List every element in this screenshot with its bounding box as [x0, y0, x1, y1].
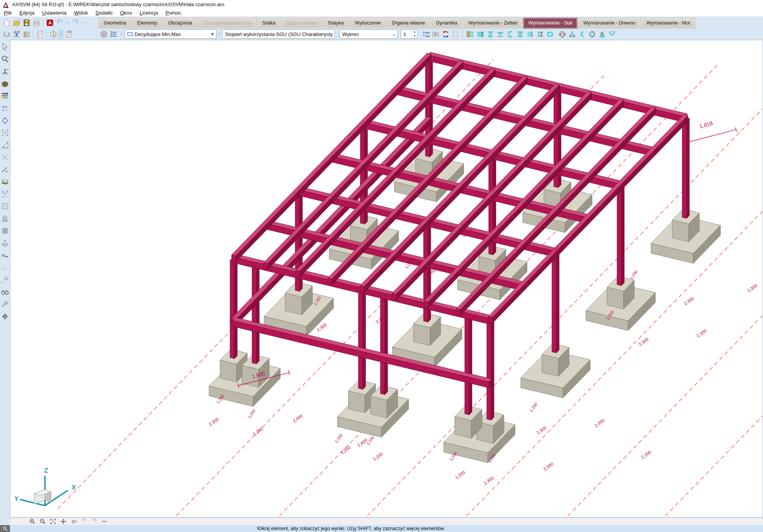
tab-wymiarowanie-mur[interactable]: Wymiarowanie - Mur [641, 18, 695, 28]
tab-obciążenia[interactable]: Obciążenia [163, 18, 197, 28]
print-icon[interactable] [31, 18, 41, 28]
menu-pomoc[interactable]: Pomoc [162, 9, 185, 16]
menu-ustawienia[interactable]: Ustawienia [38, 9, 70, 16]
table-grid-icon[interactable] [21, 29, 31, 39]
undo-icon[interactable] [55, 18, 65, 28]
tab-statyka[interactable]: Statyka [323, 18, 349, 28]
section-box-icon[interactable] [545, 29, 555, 39]
pdf-export-icon[interactable] [45, 18, 55, 28]
chev-down-icon[interactable] [58, 29, 64, 39]
spinner-down-icon[interactable]: ▼ [412, 34, 417, 38]
report-notebook-icon[interactable] [35, 29, 45, 39]
snap-off-icon[interactable] [1, 153, 9, 162]
extrude-tool-icon[interactable] [1, 239, 9, 247]
tab-etapy-budowy[interactable]: Etapy budowy [282, 18, 322, 28]
film-strip-icon[interactable] [430, 29, 440, 39]
section-channel-icon[interactable] [505, 29, 515, 39]
section-ibeam-bolts-icon[interactable] [485, 29, 495, 39]
photo-report-icon[interactable] [64, 29, 73, 39]
resize-handle-icon[interactable] [450, 29, 460, 39]
section-web-icon[interactable] [525, 29, 535, 39]
chevron-left-icon[interactable]: ‹ [119, 30, 124, 38]
minmax-icon[interactable]: maxmin [421, 29, 430, 39]
transform-mirror-icon[interactable] [1, 104, 9, 113]
support-tool-icon[interactable] [1, 263, 9, 272]
angle-protractor-icon[interactable] [1, 141, 9, 149]
result-list-icon[interactable] [109, 29, 119, 39]
zoom-out-icon[interactable] [39, 518, 46, 525]
solid-view-icon[interactable] [1, 80, 9, 88]
result-component-combo[interactable]: Stopień wykorzystania SGU (SGU Charakter… [222, 29, 335, 39]
model-viewport[interactable]: 1,8181,8002,3001,2002,4001,2001,2002,400… [10, 40, 763, 517]
find-binoculars-icon[interactable] [1, 288, 9, 296]
move-axes-icon[interactable] [1, 67, 9, 76]
color-coding-icon[interactable] [1, 92, 9, 100]
menu-edycja[interactable]: Edycja [16, 9, 38, 16]
display-mode-combo[interactable]: Wykres ⌄ [339, 29, 398, 39]
layer-sheets-icon[interactable] [1, 178, 9, 186]
zoom-fit-icon[interactable] [50, 518, 56, 525]
refresh-icon[interactable] [440, 29, 450, 39]
tab-elementy[interactable]: Elementy [132, 18, 162, 28]
open-folder-icon[interactable] [11, 18, 21, 28]
chev-down-icon[interactable] [80, 18, 85, 28]
geometry-diamond-icon[interactable] [1, 116, 9, 125]
column-base-icon[interactable] [567, 29, 577, 39]
anchor-base-icon[interactable] [597, 29, 607, 39]
section-stiffened-icon[interactable] [515, 29, 525, 39]
tab-siatka[interactable]: Siatka [257, 18, 280, 28]
zoom-tool-icon[interactable] [1, 55, 9, 64]
display-params-icon[interactable] [99, 29, 109, 39]
tab-wymiarowanie-żelbet[interactable]: Wymiarowanie - Żelbet [463, 18, 522, 28]
level-marker-icon[interactable]: ±0.00 [11, 29, 21, 39]
new-file-icon[interactable] [2, 18, 11, 28]
section-plates-icon[interactable] [475, 29, 485, 39]
polyline-tool-icon[interactable] [1, 251, 9, 259]
select-cursor-icon[interactable] [1, 43, 9, 51]
back-chevron-icon[interactable] [577, 29, 587, 39]
zoom-in-icon[interactable] [29, 518, 36, 525]
menu-widok[interactable]: Widok [70, 9, 92, 16]
dimension-tool-icon[interactable]: a [1, 165, 9, 174]
section-table-icon[interactable] [465, 29, 475, 39]
prev-view-icon[interactable] [81, 518, 87, 525]
section-flange-icon[interactable] [495, 29, 505, 39]
info-marker-icon[interactable]: i [1, 312, 9, 321]
section-splice-icon[interactable] [535, 29, 545, 39]
menu-licencja[interactable]: Licencja [136, 9, 162, 16]
menu-okno[interactable]: Okno [116, 9, 136, 16]
renumber-icon[interactable]: 32 [1, 190, 9, 198]
node-snap-grid-icon[interactable] [1, 129, 9, 137]
tab-dynamika[interactable]: Dynamika [431, 18, 462, 28]
chev-down-icon[interactable] [65, 18, 70, 28]
format-brush-icon[interactable] [1, 276, 9, 284]
domain-tool-icon[interactable] [1, 227, 9, 235]
solid-cylinder-icon[interactable] [1, 214, 9, 223]
chevron-right-icon[interactable]: › [217, 30, 222, 38]
load-case-combo[interactable]: Decydujące Min,Max ▼ [125, 29, 217, 39]
settings-wrench-icon[interactable] [1, 300, 9, 308]
pan-icon[interactable] [60, 518, 67, 525]
tab-tunel-aerodynamiczny[interactable]: Tunel aerodynamiczny [198, 18, 256, 28]
tab-drgania-własne[interactable]: Drgania własne [387, 18, 430, 28]
drag-handle-icon[interactable] [101, 518, 108, 525]
tab-wymiarowanie-stal[interactable]: Wymiarowanie - Stal [523, 18, 577, 28]
save-icon[interactable] [21, 18, 31, 28]
hatch-region-icon[interactable] [1, 202, 9, 211]
v-brace-icon[interactable] [607, 29, 617, 39]
scale-spinner[interactable]: 1 ▲▼ [401, 29, 417, 39]
report-book-icon[interactable] [48, 29, 58, 39]
circular-flange-icon[interactable] [587, 29, 597, 39]
next-view-icon[interactable] [91, 518, 98, 525]
rotate-g-icon[interactable]: G [70, 518, 77, 525]
redo-icon[interactable] [70, 18, 80, 28]
menu-dodatki[interactable]: Dodatki [92, 9, 116, 16]
tab-geometria[interactable]: Geometria [99, 18, 131, 28]
tab-wymiarowanie-drewno[interactable]: Wymiarowanie - Drewno [578, 18, 640, 28]
search-icon[interactable] [0, 525, 10, 532]
layers-icon[interactable] [2, 29, 11, 39]
bolted-connection-icon[interactable] [557, 29, 567, 39]
tab-wyboczenie[interactable]: Wyboczenie [350, 18, 386, 28]
menu-plik[interactable]: Plik [0, 9, 16, 16]
spinner-up-icon[interactable]: ▲ [412, 30, 417, 34]
